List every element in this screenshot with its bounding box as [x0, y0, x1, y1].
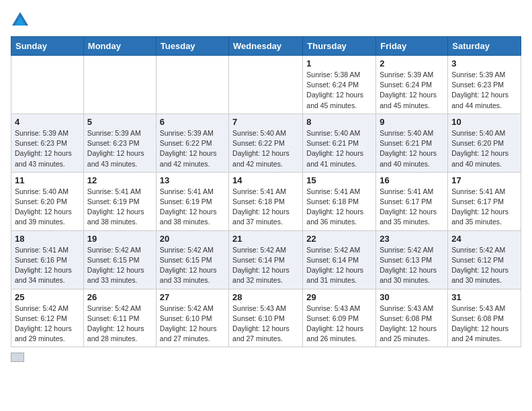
calendar-cell: 13Sunrise: 5:41 AM Sunset: 6:19 PM Dayli…: [156, 172, 228, 230]
day-info: Sunrise: 5:39 AM Sunset: 6:23 PM Dayligh…: [15, 128, 80, 169]
weekday-header-row: SundayMondayTuesdayWednesdayThursdayFrid…: [11, 37, 521, 56]
day-info: Sunrise: 5:42 AM Sunset: 6:14 PM Dayligh…: [306, 245, 372, 286]
day-info: Sunrise: 5:42 AM Sunset: 6:12 PM Dayligh…: [451, 245, 517, 286]
calendar-cell: 3Sunrise: 5:39 AM Sunset: 6:23 PM Daylig…: [448, 56, 521, 114]
day-number: 3: [451, 58, 517, 68]
day-info: Sunrise: 5:42 AM Sunset: 6:14 PM Dayligh…: [232, 245, 299, 286]
day-info: Sunrise: 5:42 AM Sunset: 6:13 PM Dayligh…: [380, 245, 444, 286]
day-info: Sunrise: 5:42 AM Sunset: 6:11 PM Dayligh…: [87, 304, 152, 345]
day-number: 14: [232, 175, 299, 185]
calendar-cell: 19Sunrise: 5:42 AM Sunset: 6:15 PM Dayli…: [83, 230, 156, 289]
day-info: Sunrise: 5:41 AM Sunset: 6:18 PM Dayligh…: [306, 187, 372, 228]
calendar-week-2: 4Sunrise: 5:39 AM Sunset: 6:23 PM Daylig…: [11, 113, 521, 172]
day-info: Sunrise: 5:38 AM Sunset: 6:24 PM Dayligh…: [306, 70, 372, 111]
calendar-cell: 27Sunrise: 5:42 AM Sunset: 6:10 PM Dayli…: [156, 289, 228, 347]
calendar-cell: 2Sunrise: 5:39 AM Sunset: 6:24 PM Daylig…: [376, 56, 448, 114]
day-info: Sunrise: 5:40 AM Sunset: 6:20 PM Dayligh…: [15, 187, 80, 228]
calendar-cell: 8Sunrise: 5:40 AM Sunset: 6:21 PM Daylig…: [303, 113, 376, 172]
day-info: Sunrise: 5:39 AM Sunset: 6:24 PM Dayligh…: [380, 70, 444, 111]
calendar-cell: 6Sunrise: 5:39 AM Sunset: 6:22 PM Daylig…: [156, 113, 228, 172]
calendar-cell: 25Sunrise: 5:42 AM Sunset: 6:12 PM Dayli…: [11, 289, 84, 347]
calendar-cell: 18Sunrise: 5:41 AM Sunset: 6:16 PM Dayli…: [11, 230, 84, 289]
calendar-cell: [83, 56, 156, 114]
day-info: Sunrise: 5:42 AM Sunset: 6:10 PM Dayligh…: [160, 304, 225, 345]
weekday-header-monday: Monday: [83, 37, 156, 56]
day-number: 29: [306, 292, 372, 302]
day-number: 8: [306, 117, 372, 127]
calendar-cell: 5Sunrise: 5:39 AM Sunset: 6:23 PM Daylig…: [83, 113, 156, 172]
day-info: Sunrise: 5:40 AM Sunset: 6:21 PM Dayligh…: [380, 128, 444, 169]
daylight-swatch: [11, 353, 24, 362]
calendar-cell: 28Sunrise: 5:43 AM Sunset: 6:10 PM Dayli…: [229, 289, 303, 347]
day-info: Sunrise: 5:43 AM Sunset: 6:10 PM Dayligh…: [232, 304, 299, 345]
day-number: 2: [380, 58, 444, 68]
day-info: Sunrise: 5:41 AM Sunset: 6:19 PM Dayligh…: [160, 187, 225, 228]
day-number: 9: [380, 117, 444, 127]
calendar-cell: 9Sunrise: 5:40 AM Sunset: 6:21 PM Daylig…: [376, 113, 448, 172]
weekday-header-thursday: Thursday: [303, 37, 376, 56]
calendar-cell: 20Sunrise: 5:42 AM Sunset: 6:15 PM Dayli…: [156, 230, 228, 289]
calendar-cell: 30Sunrise: 5:43 AM Sunset: 6:08 PM Dayli…: [376, 289, 448, 347]
day-info: Sunrise: 5:41 AM Sunset: 6:17 PM Dayligh…: [380, 187, 444, 228]
day-number: 19: [87, 234, 152, 244]
day-info: Sunrise: 5:42 AM Sunset: 6:12 PM Dayligh…: [15, 304, 80, 345]
calendar-week-4: 18Sunrise: 5:41 AM Sunset: 6:16 PM Dayli…: [11, 230, 521, 289]
calendar-cell: 21Sunrise: 5:42 AM Sunset: 6:14 PM Dayli…: [229, 230, 303, 289]
day-number: 18: [15, 234, 80, 244]
weekday-header-tuesday: Tuesday: [156, 37, 228, 56]
calendar-week-1: 1Sunrise: 5:38 AM Sunset: 6:24 PM Daylig…: [11, 56, 521, 114]
day-number: 1: [306, 58, 372, 68]
weekday-header-friday: Friday: [376, 37, 448, 56]
calendar-week-5: 25Sunrise: 5:42 AM Sunset: 6:12 PM Dayli…: [11, 289, 521, 347]
day-number: 28: [232, 292, 299, 302]
page-header: [11, 11, 521, 30]
day-number: 5: [87, 117, 152, 127]
calendar-cell: 17Sunrise: 5:41 AM Sunset: 6:17 PM Dayli…: [448, 172, 521, 230]
weekday-header-wednesday: Wednesday: [229, 37, 303, 56]
day-number: 20: [160, 234, 225, 244]
day-number: 12: [87, 175, 152, 185]
calendar-cell: 14Sunrise: 5:41 AM Sunset: 6:18 PM Dayli…: [229, 172, 303, 230]
calendar-cell: [11, 56, 84, 114]
calendar-cell: [229, 56, 303, 114]
day-number: 26: [87, 292, 152, 302]
day-info: Sunrise: 5:40 AM Sunset: 6:20 PM Dayligh…: [451, 128, 517, 169]
day-info: Sunrise: 5:43 AM Sunset: 6:09 PM Dayligh…: [306, 304, 372, 345]
day-number: 13: [160, 175, 225, 185]
day-number: 27: [160, 292, 225, 302]
day-info: Sunrise: 5:42 AM Sunset: 6:15 PM Dayligh…: [87, 245, 152, 286]
day-info: Sunrise: 5:43 AM Sunset: 6:08 PM Dayligh…: [380, 304, 444, 345]
footer: [11, 353, 521, 362]
day-info: Sunrise: 5:39 AM Sunset: 6:22 PM Dayligh…: [160, 128, 225, 169]
calendar-cell: 1Sunrise: 5:38 AM Sunset: 6:24 PM Daylig…: [303, 56, 376, 114]
calendar-cell: 24Sunrise: 5:42 AM Sunset: 6:12 PM Dayli…: [448, 230, 521, 289]
day-info: Sunrise: 5:41 AM Sunset: 6:17 PM Dayligh…: [451, 187, 517, 228]
calendar-table: SundayMondayTuesdayWednesdayThursdayFrid…: [11, 36, 521, 347]
calendar-cell: 15Sunrise: 5:41 AM Sunset: 6:18 PM Dayli…: [303, 172, 376, 230]
calendar-cell: 4Sunrise: 5:39 AM Sunset: 6:23 PM Daylig…: [11, 113, 84, 172]
day-number: 11: [15, 175, 80, 185]
logo-icon: [11, 11, 30, 30]
calendar-cell: 22Sunrise: 5:42 AM Sunset: 6:14 PM Dayli…: [303, 230, 376, 289]
calendar-cell: 16Sunrise: 5:41 AM Sunset: 6:17 PM Dayli…: [376, 172, 448, 230]
calendar-cell: [156, 56, 228, 114]
calendar-cell: 10Sunrise: 5:40 AM Sunset: 6:20 PM Dayli…: [448, 113, 521, 172]
day-number: 6: [160, 117, 225, 127]
day-info: Sunrise: 5:41 AM Sunset: 6:18 PM Dayligh…: [232, 187, 299, 228]
day-info: Sunrise: 5:40 AM Sunset: 6:22 PM Dayligh…: [232, 128, 299, 169]
day-info: Sunrise: 5:39 AM Sunset: 6:23 PM Dayligh…: [87, 128, 152, 169]
calendar-week-3: 11Sunrise: 5:40 AM Sunset: 6:20 PM Dayli…: [11, 172, 521, 230]
day-number: 7: [232, 117, 299, 127]
day-info: Sunrise: 5:41 AM Sunset: 6:16 PM Dayligh…: [15, 245, 80, 286]
day-number: 25: [15, 292, 80, 302]
day-number: 23: [380, 234, 444, 244]
weekday-header-sunday: Sunday: [11, 37, 84, 56]
day-info: Sunrise: 5:39 AM Sunset: 6:23 PM Dayligh…: [451, 70, 517, 111]
day-info: Sunrise: 5:42 AM Sunset: 6:15 PM Dayligh…: [160, 245, 225, 286]
calendar-cell: 7Sunrise: 5:40 AM Sunset: 6:22 PM Daylig…: [229, 113, 303, 172]
day-number: 17: [451, 175, 517, 185]
day-number: 4: [15, 117, 80, 127]
day-number: 15: [306, 175, 372, 185]
day-number: 30: [380, 292, 444, 302]
logo: [11, 11, 32, 30]
